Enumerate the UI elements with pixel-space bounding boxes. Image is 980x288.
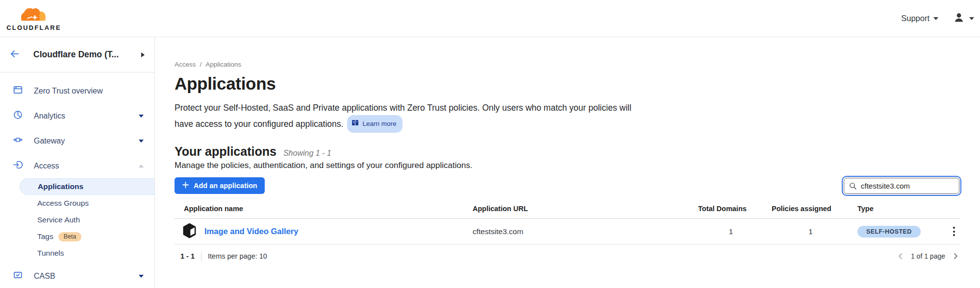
- sidebar-item-analytics[interactable]: Analytics: [0, 103, 154, 128]
- learn-more-label: Learn more: [362, 117, 396, 131]
- application-link[interactable]: Image and Video Gallery: [204, 227, 298, 236]
- pagination-range: 1 - 1: [180, 252, 195, 260]
- beta-badge: Beta: [58, 232, 82, 241]
- table-footer: 1 - 1 Items per page: 10 1 of 1 page: [175, 244, 960, 261]
- sidebar-item-label: Access: [34, 162, 139, 170]
- sidebar-item-service-auth[interactable]: Service Auth: [0, 212, 154, 228]
- type-cell: SELF-HOSTED: [854, 226, 944, 238]
- pie-chart-icon: [13, 110, 23, 122]
- page-description-text: Protect your Self-Hosted, SaaS and Priva…: [175, 103, 631, 129]
- main-content: Access / Applications Applications Prote…: [155, 37, 980, 288]
- application-name-cell: Image and Video Gallery: [175, 222, 469, 240]
- sidebar-item-label: Gateway: [34, 137, 139, 145]
- casb-check-icon: [13, 270, 23, 282]
- sidebar-item-access[interactable]: Access: [0, 153, 154, 178]
- table-row: Image and Video Gallery cftestsite3.com …: [175, 219, 960, 244]
- account-expand-icon[interactable]: [141, 52, 145, 57]
- chevron-down-icon: [139, 275, 144, 278]
- footer-divider: [201, 251, 201, 261]
- sidebar: Cloudflare Demo (T... Zero Trust overvie…: [0, 37, 155, 288]
- sidebar-item-zero-trust-overview[interactable]: Zero Trust overview: [0, 78, 154, 103]
- sidebar-item-gateway[interactable]: Gateway: [0, 128, 154, 153]
- section-title: Your applications: [175, 144, 276, 159]
- account-switcher: Cloudflare Demo (T...: [0, 37, 154, 72]
- breadcrumb-access[interactable]: Access: [175, 61, 196, 68]
- previous-page-icon[interactable]: [897, 252, 905, 260]
- section-subtitle: Manage the policies, authentication, and…: [175, 161, 960, 170]
- pagination-left: 1 - 1 Items per page: 10: [180, 251, 267, 261]
- user-icon: [953, 12, 965, 25]
- cloudflare-cloud-icon: [16, 6, 51, 24]
- page-status: 1 of 1 page: [911, 252, 945, 260]
- support-menu[interactable]: Support: [901, 14, 938, 23]
- search-input[interactable]: [844, 178, 959, 194]
- section-header: Your applications Showing 1 - 1: [175, 144, 960, 159]
- search-box: [844, 178, 959, 194]
- pagination-right: 1 of 1 page: [897, 252, 959, 260]
- page-description: Protect your Self-Hosted, SaaS and Priva…: [175, 100, 638, 133]
- breadcrumb-current: Applications: [205, 61, 241, 68]
- chevron-down-icon: [969, 17, 974, 20]
- sidebar-item-label: Service Auth: [37, 216, 80, 224]
- application-url-cell: cftestsite3.com: [469, 227, 694, 236]
- applications-table: Application name Application URL Total D…: [175, 205, 960, 261]
- chevron-up-icon: [139, 165, 144, 168]
- sidebar-item-label: Tags: [37, 232, 53, 241]
- plus-icon: [182, 181, 189, 190]
- items-per-page: Items per page: 10: [208, 252, 267, 260]
- table-header-row: Application name Application URL Total D…: [175, 205, 960, 219]
- policies-assigned-cell: 1: [768, 227, 854, 236]
- user-menu[interactable]: [953, 12, 974, 25]
- book-icon: [352, 117, 359, 131]
- sidebar-item-tunnels[interactable]: Tunnels: [0, 245, 154, 262]
- sidebar-item-label: Access Groups: [37, 199, 89, 208]
- overview-window-icon: [13, 85, 23, 97]
- top-bar-right: Support: [901, 12, 975, 25]
- showing-count: Showing 1 - 1: [283, 149, 331, 158]
- cloudflare-wordmark: CLOUDFLARE: [6, 24, 61, 31]
- column-type: Type: [854, 205, 944, 213]
- chevron-down-icon: [933, 17, 938, 20]
- sidebar-item-label: Zero Trust overview: [34, 87, 144, 96]
- top-bar: CLOUDFLARE Support: [0, 0, 980, 37]
- row-actions-kebab-icon[interactable]: [947, 225, 960, 238]
- sidebar-item-label: Applications: [38, 182, 83, 191]
- sidebar-item-tags[interactable]: Tags Beta: [0, 228, 154, 245]
- chevron-down-icon: [139, 115, 144, 118]
- back-arrow-icon[interactable]: [9, 48, 21, 62]
- chevron-down-icon: [139, 140, 144, 143]
- sidebar-nav: Zero Trust overview Analytics Gateway: [0, 72, 154, 288]
- application-cube-icon: [182, 222, 197, 240]
- add-application-button[interactable]: Add an application: [175, 177, 265, 194]
- sidebar-item-casb[interactable]: CASB: [0, 264, 154, 288]
- breadcrumb: Access / Applications: [175, 61, 960, 68]
- column-application-url: Application URL: [469, 205, 694, 213]
- next-page-icon[interactable]: [952, 252, 959, 260]
- cloudflare-logo[interactable]: CLOUDFLARE: [7, 6, 61, 31]
- type-badge: SELF-HOSTED: [857, 226, 921, 238]
- sidebar-item-label: CASB: [34, 272, 139, 281]
- column-total-domains: Total Domains: [694, 205, 768, 213]
- total-domains-cell: 1: [694, 227, 768, 236]
- page-title: Applications: [175, 74, 960, 94]
- add-application-label: Add an application: [194, 182, 257, 190]
- column-policies-assigned: Policies assigned: [768, 205, 854, 213]
- sidebar-item-access-groups[interactable]: Access Groups: [0, 195, 154, 212]
- breadcrumb-separator: /: [200, 61, 202, 68]
- column-application-name: Application name: [175, 205, 469, 213]
- support-label: Support: [901, 14, 930, 23]
- toolbar: Add an application: [175, 177, 960, 194]
- learn-more-link[interactable]: Learn more: [347, 115, 402, 133]
- account-name[interactable]: Cloudflare Demo (T...: [33, 49, 141, 60]
- gateway-icon: [13, 135, 23, 147]
- sidebar-item-applications[interactable]: Applications: [20, 178, 154, 195]
- access-login-icon: [13, 160, 23, 172]
- search-icon: [849, 182, 857, 192]
- sidebar-item-label: Tunnels: [37, 249, 64, 258]
- sidebar-item-label: Analytics: [34, 112, 139, 120]
